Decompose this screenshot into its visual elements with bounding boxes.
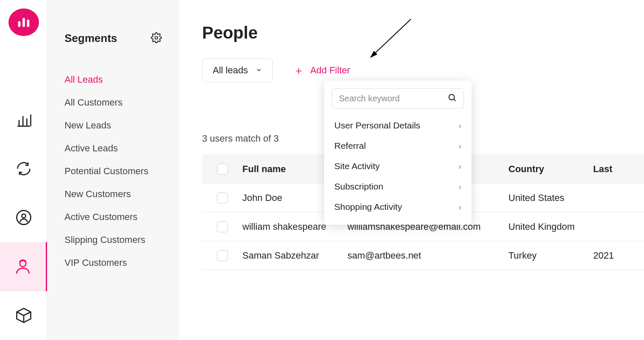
row-checkbox[interactable]	[217, 221, 228, 232]
chevron-right-icon: ›	[458, 161, 461, 171]
nav-rail	[0, 0, 47, 340]
segment-item[interactable]: New Customers	[64, 183, 179, 206]
search-input[interactable]	[339, 94, 447, 103]
chevron-right-icon: ›	[458, 141, 461, 151]
segments-sidebar: Segments All Leads All Customers New Lea…	[47, 0, 179, 340]
cell-country: United Kingdom	[508, 221, 593, 232]
chevron-right-icon: ›	[458, 120, 461, 131]
nav-audience[interactable]	[0, 193, 47, 242]
segment-item[interactable]: Active Customers	[64, 206, 179, 229]
cell-last: 2021	[593, 250, 644, 261]
filter-categories: User Personal Details› Referral› Site Ac…	[332, 115, 464, 217]
svg-point-7	[449, 95, 455, 100]
col-country[interactable]: Country	[508, 164, 593, 175]
filter-category[interactable]: Shopping Activity›	[332, 197, 464, 217]
filter-category[interactable]: Referral›	[332, 136, 464, 156]
search-icon	[447, 93, 457, 104]
segment-item[interactable]: All Customers	[64, 91, 179, 114]
page-title: People	[202, 23, 644, 42]
row-checkbox[interactable]	[217, 250, 228, 261]
cell-country: United States	[508, 192, 593, 203]
toolbar: All leads ＋ Add Filter	[202, 59, 644, 82]
segment-item[interactable]: All Leads	[64, 68, 179, 91]
add-filter-label: Add Filter	[310, 65, 350, 76]
filter-category[interactable]: User Personal Details›	[332, 115, 464, 136]
segment-dropdown[interactable]: All leads	[202, 59, 273, 82]
svg-point-6	[155, 36, 158, 39]
svg-rect-0	[18, 22, 20, 27]
chevron-right-icon: ›	[458, 202, 461, 212]
nav-products[interactable]	[0, 291, 47, 340]
app-logo	[8, 8, 39, 36]
svg-rect-1	[22, 18, 25, 27]
select-all-checkbox[interactable]	[217, 164, 228, 175]
segments-list: All Leads All Customers New Leads Active…	[64, 68, 179, 274]
svg-rect-2	[27, 20, 29, 27]
segment-item[interactable]: Potential Customers	[64, 160, 179, 183]
sidebar-title: Segments	[64, 32, 117, 45]
cell-name: Saman Sabzehzar	[242, 250, 347, 261]
segment-item[interactable]: New Leads	[64, 114, 179, 137]
filter-category[interactable]: Subscription›	[332, 176, 464, 197]
gear-icon[interactable]	[151, 32, 162, 45]
nav-people[interactable]	[0, 242, 47, 291]
nav-sync[interactable]	[0, 144, 47, 193]
chevron-down-icon	[255, 65, 262, 76]
cell-email: sam@artbees.net	[347, 250, 508, 261]
col-last[interactable]: Last	[593, 164, 644, 175]
nav-analytics[interactable]	[0, 95, 47, 144]
filter-category[interactable]: Site Activity›	[332, 156, 464, 176]
svg-point-4	[22, 214, 25, 218]
filter-popover: User Personal Details› Referral› Site Ac…	[324, 81, 472, 225]
add-filter-button[interactable]: ＋ Add Filter	[293, 65, 350, 76]
row-checkbox[interactable]	[217, 192, 228, 203]
chevron-right-icon: ›	[458, 181, 461, 192]
segment-item[interactable]: VIP Customers	[64, 251, 179, 274]
table-row[interactable]: Saman Sabzehzar sam@artbees.net Turkey 2…	[202, 241, 644, 270]
plus-icon: ＋	[293, 65, 304, 76]
dropdown-label: All leads	[213, 65, 248, 76]
segment-item[interactable]: Slipping Customers	[64, 229, 179, 251]
filter-search[interactable]	[332, 88, 464, 109]
segment-item[interactable]: Active Leads	[64, 137, 179, 160]
cell-country: Turkey	[508, 250, 593, 261]
